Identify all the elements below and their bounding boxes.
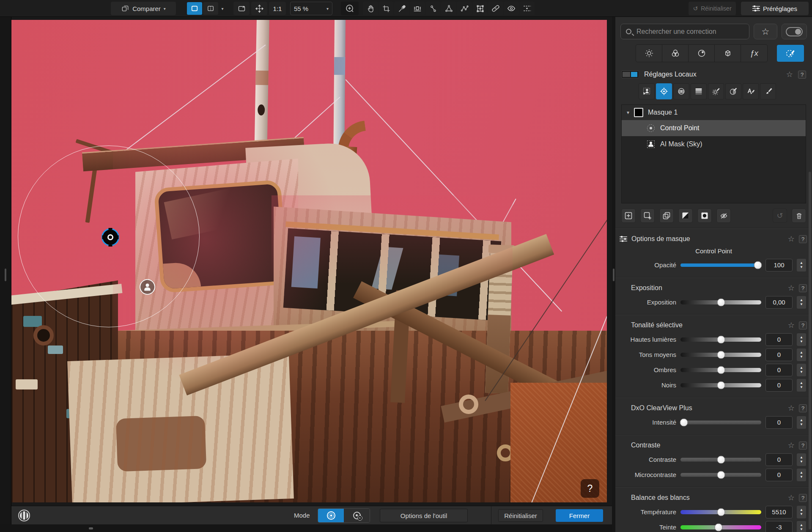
value-stepper[interactable]: ▲ ▼ <box>797 416 806 429</box>
luminosity-mask-tool-button[interactable] <box>708 83 724 99</box>
fit-to-screen-button[interactable] <box>233 2 250 15</box>
canvas-help-button[interactable]: ? <box>581 479 599 498</box>
mask-thumbnail[interactable] <box>634 108 643 117</box>
horizon-tool-button[interactable] <box>410 2 425 15</box>
tab-color[interactable] <box>662 45 689 62</box>
slider-thumb[interactable] <box>680 418 688 426</box>
panel-divider[interactable] <box>612 17 615 532</box>
control-polygon-tool-button[interactable] <box>441 2 456 15</box>
control-point-tool-button[interactable] <box>425 2 441 15</box>
search-correction-box[interactable] <box>620 24 749 39</box>
histogram-toggle-icon[interactable] <box>18 510 30 521</box>
help-icon[interactable]: ? <box>799 321 807 329</box>
control-line-tool-button-local[interactable] <box>673 83 689 99</box>
stepper-up-icon[interactable]: ▲ <box>800 261 803 265</box>
mask-display-button[interactable] <box>697 208 712 223</box>
show-mask-button[interactable] <box>504 2 519 15</box>
invert-mask-button[interactable] <box>678 208 693 223</box>
mode-negative-control-point-button[interactable] <box>344 509 370 522</box>
slider-value[interactable]: 0 <box>765 348 793 361</box>
repair-tool-button[interactable] <box>488 2 503 15</box>
help-icon[interactable]: ? <box>799 235 807 243</box>
stepper-down-icon[interactable]: ▼ <box>800 423 803 426</box>
mask-list-item[interactable]: AI Mask (Sky) <box>622 136 806 152</box>
value-stepper[interactable]: ▲ ▼ <box>797 259 806 271</box>
view-dropdown-chevron-icon[interactable]: ▾ <box>219 6 226 11</box>
stepper-up-icon[interactable]: ▲ <box>800 381 803 385</box>
help-icon[interactable]: ? <box>798 71 806 79</box>
value-stepper[interactable]: ▲ ▼ <box>797 469 806 481</box>
stepper-down-icon[interactable]: ▼ <box>800 370 803 374</box>
scroll-dot[interactable] <box>89 527 93 529</box>
eyedropper-tool-button[interactable] <box>394 2 409 15</box>
slider-value[interactable]: 0 <box>765 453 793 466</box>
slider[interactable] <box>680 455 761 464</box>
slider-value[interactable]: 100 <box>765 259 793 271</box>
slider-thumb[interactable] <box>717 351 725 359</box>
stepper-down-icon[interactable]: ▼ <box>800 386 803 389</box>
slider-thumb[interactable] <box>714 523 722 531</box>
favorite-star-icon[interactable]: ☆ <box>788 442 795 449</box>
value-stepper[interactable]: ▲ ▼ <box>797 506 806 518</box>
slider-thumb[interactable] <box>717 366 725 374</box>
section-title[interactable]: Exposition <box>631 284 784 292</box>
section-title[interactable]: Options de masque <box>631 235 784 243</box>
help-icon[interactable]: ? <box>799 404 807 412</box>
zoom-level-select[interactable]: 55 % ▾ <box>290 2 332 15</box>
ai-mask-sky-marker[interactable] <box>140 279 155 295</box>
stepper-down-icon[interactable]: ▼ <box>800 475 803 479</box>
panel-divider-handle[interactable] <box>613 269 614 281</box>
mode-add-control-point-button[interactable] <box>318 509 344 522</box>
duplicate-mask-button[interactable] <box>659 208 674 223</box>
tab-detail[interactable] <box>689 45 715 62</box>
active-corrections-toggle[interactable] <box>782 24 807 39</box>
stepper-up-icon[interactable]: ▲ <box>800 336 803 339</box>
value-stepper[interactable]: ▲ ▼ <box>797 296 806 309</box>
tab-geometry[interactable] <box>715 45 741 62</box>
section-title[interactable]: Tonalité sélective <box>631 321 784 329</box>
favorite-star-icon[interactable]: ☆ <box>788 235 795 243</box>
tab-local-adjustments[interactable] <box>777 45 804 62</box>
left-panel-handle[interactable] <box>5 269 6 281</box>
chevron-expand-icon[interactable]: ▾ <box>627 110 629 115</box>
value-stepper[interactable]: ▲ ▼ <box>797 379 806 392</box>
slider[interactable] <box>680 508 761 516</box>
auto-brush-tool-button[interactable] <box>743 83 759 99</box>
favorite-star-icon[interactable]: ☆ <box>788 321 795 329</box>
search-input[interactable] <box>636 27 744 36</box>
slider-value[interactable]: 0 <box>765 379 793 392</box>
hide-mask-button[interactable] <box>716 208 731 223</box>
help-icon[interactable]: ? <box>799 494 807 502</box>
delete-mask-button[interactable] <box>792 208 806 223</box>
mesh-warp-tool-button[interactable] <box>472 2 488 15</box>
single-view-button[interactable] <box>187 2 202 15</box>
add-mask-button[interactable] <box>640 208 655 223</box>
slider-thumb[interactable] <box>717 455 725 463</box>
slider[interactable] <box>680 471 761 479</box>
section-title[interactable]: Balance des blancs <box>631 494 784 502</box>
slider-thumb[interactable] <box>754 261 762 269</box>
palette-enable-toggle[interactable] <box>621 71 639 78</box>
new-mask-button[interactable] <box>621 208 636 223</box>
tab-effects[interactable]: ƒx <box>741 45 767 62</box>
stepper-up-icon[interactable]: ▲ <box>800 366 803 370</box>
mask-list-item[interactable]: Control Point <box>622 120 806 136</box>
tool-options-button[interactable]: Options de l'outil <box>380 509 468 522</box>
stepper-up-icon[interactable]: ▲ <box>800 299 803 302</box>
slider-value[interactable]: 0 <box>765 416 793 429</box>
slider-thumb[interactable] <box>717 471 725 479</box>
crop-tool-button[interactable] <box>379 2 394 15</box>
value-stepper[interactable]: ▲ ▼ <box>797 348 806 361</box>
help-icon[interactable]: ? <box>799 442 807 450</box>
favorite-star-icon[interactable]: ☆ <box>788 284 795 292</box>
mask-group-row[interactable]: ▾ Masque 1 <box>622 105 806 120</box>
stepper-down-icon[interactable]: ▼ <box>800 303 803 306</box>
control-line-tool-button[interactable] <box>457 2 472 15</box>
slider-thumb[interactable] <box>717 381 725 389</box>
control-point-display-button[interactable] <box>519 2 535 15</box>
control-point-tool-button-local[interactable] <box>656 83 672 99</box>
left-panel-collapsed-strip[interactable] <box>0 17 11 532</box>
gradient-tool-button[interactable] <box>691 83 707 99</box>
toolbar-reset-button[interactable]: ↺ Réinitialiser <box>689 2 736 15</box>
slider[interactable] <box>680 351 761 359</box>
